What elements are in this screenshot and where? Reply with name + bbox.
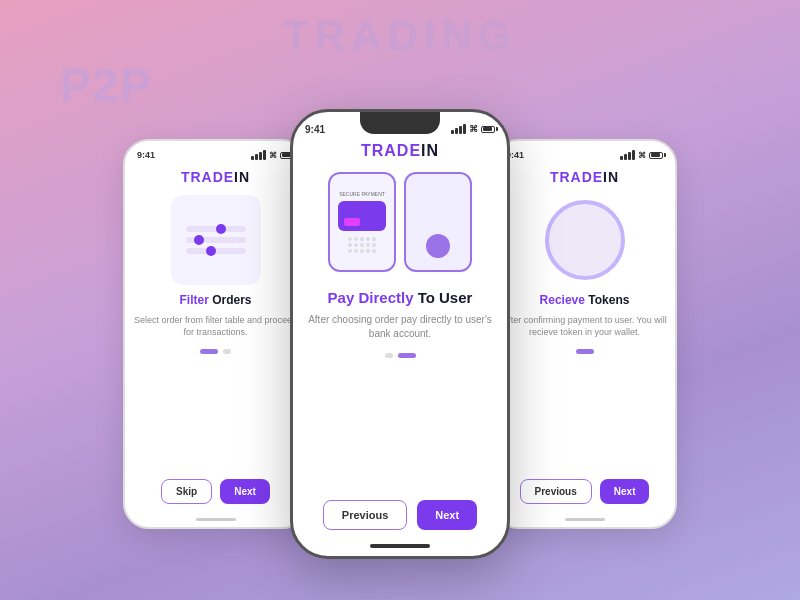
center-buttons: Previous Next <box>293 500 507 530</box>
center-phone: 9:41 ⌘ TRADEIN SECURE PAYMENT <box>290 109 510 559</box>
right-description: After confirming payment to user. You wi… <box>502 314 667 339</box>
center-previous-button[interactable]: Previous <box>323 500 407 530</box>
center-time: 9:41 <box>305 124 325 135</box>
right-status-icons: ⌘ <box>620 150 663 160</box>
signal-icon <box>251 150 266 160</box>
center-illustration: SECURE PAYMENT <box>328 172 472 272</box>
left-status-bar: 9:41 ⌘ <box>125 141 306 165</box>
mini-card <box>338 201 386 231</box>
right-dots <box>576 349 594 354</box>
left-home-indicator <box>196 518 236 521</box>
left-text-section: Filter Orders Select order from filter t… <box>125 293 306 339</box>
center-description: After choosing order pay directly to use… <box>301 313 499 341</box>
right-logo: TRADEIN <box>550 169 619 185</box>
left-description: Select order from filter table and proce… <box>133 314 298 339</box>
wifi-icon: ⌘ <box>269 151 277 160</box>
right-battery-icon <box>649 152 663 159</box>
center-next-button[interactable]: Next <box>417 500 477 530</box>
center-text-section: Pay Directly To User After choosing orde… <box>293 288 507 341</box>
center-dots <box>385 353 416 358</box>
mini-phone-right <box>404 172 472 272</box>
right-wifi-icon: ⌘ <box>638 151 646 160</box>
secure-label: SECURE PAYMENT <box>339 191 385 197</box>
center-battery-icon <box>481 126 495 133</box>
center-signal-icon <box>451 124 466 134</box>
right-buttons: Previous Next <box>494 479 675 504</box>
right-signal-icon <box>620 150 635 160</box>
left-phone: 9:41 ⌘ TRADEIN <box>123 139 308 529</box>
right-next-button[interactable]: Next <box>600 479 650 504</box>
right-phone: 9:41 ⌘ TRADEIN Recieve Tokens <box>492 139 677 529</box>
left-illustration <box>171 195 261 285</box>
right-illustration <box>540 195 630 285</box>
trading-title: TRADING <box>283 12 516 60</box>
center-wifi-icon: ⌘ <box>469 124 478 134</box>
right-heading: Recieve Tokens <box>502 293 667 309</box>
right-status-bar: 9:41 ⌘ <box>494 141 675 165</box>
right-previous-button[interactable]: Previous <box>520 479 592 504</box>
mini-phone-left: SECURE PAYMENT <box>328 172 396 272</box>
token-circle <box>545 200 625 280</box>
center-notch <box>360 112 440 134</box>
left-heading: Filter Orders <box>133 293 298 309</box>
right-home-indicator <box>565 518 605 521</box>
left-next-button[interactable]: Next <box>220 479 270 504</box>
left-time: 9:41 <box>137 150 155 160</box>
center-heading: Pay Directly To User <box>301 288 499 308</box>
left-dots <box>200 349 231 354</box>
mini-circle <box>426 234 450 258</box>
left-status-icons: ⌘ <box>251 150 294 160</box>
left-buttons: Skip Next <box>125 479 306 504</box>
phones-row: 9:41 ⌘ TRADEIN <box>0 68 800 600</box>
center-logo: TRADEIN <box>361 142 439 160</box>
center-home-indicator <box>370 544 430 548</box>
left-skip-button[interactable]: Skip <box>161 479 212 504</box>
left-logo: TRADEIN <box>181 169 250 185</box>
right-text-section: Recieve Tokens After confirming payment … <box>494 293 675 339</box>
mini-dots-grid <box>348 237 376 253</box>
center-status-icons: ⌘ <box>451 124 495 134</box>
